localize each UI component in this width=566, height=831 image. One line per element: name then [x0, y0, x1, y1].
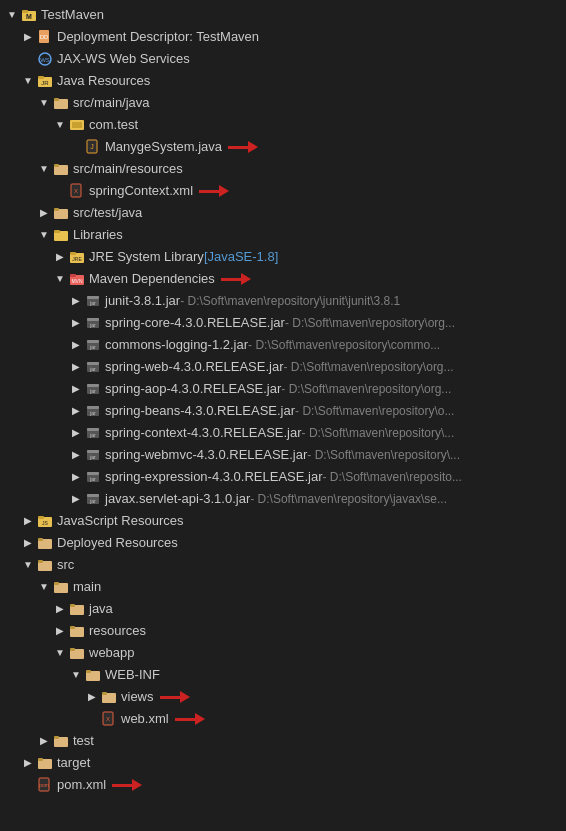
- label-web-xml: web.xml: [121, 709, 169, 729]
- svg-text:M: M: [26, 13, 32, 20]
- tree-arrow-test[interactable]: [36, 731, 52, 751]
- tree-arrow-deployed-resources[interactable]: [20, 533, 36, 553]
- tree-item-jax-ws[interactable]: WSJAX-WS Web Services: [0, 48, 566, 70]
- tree-item-spring-beans[interactable]: jarspring-beans-4.3.0.RELEASE.jar - D:\S…: [0, 400, 566, 422]
- tree-item-junit[interactable]: jarjunit-3.8.1.jar - D:\Soft\maven\repos…: [0, 290, 566, 312]
- tree-arrow-javax-servlet[interactable]: [68, 489, 84, 509]
- tree-arrow-maven-deps[interactable]: [52, 269, 68, 289]
- tree-item-js-resources[interactable]: JSJavaScript Resources: [0, 510, 566, 532]
- tree-item-webapp[interactable]: webapp: [0, 642, 566, 664]
- tree-item-jre-library[interactable]: JREJRE System Library [JavaSE-1.8]: [0, 246, 566, 268]
- path-spring-beans: - D:\Soft\maven\repository\o...: [295, 401, 454, 421]
- svg-rect-76: [86, 670, 91, 673]
- tree-arrow-spring-web[interactable]: [68, 357, 84, 377]
- tree-item-spring-web[interactable]: jarspring-web-4.3.0.RELEASE.jar - D:\Sof…: [0, 356, 566, 378]
- label-src-main-java: src/main/java: [73, 93, 150, 113]
- tree-arrow-src-main-java[interactable]: [36, 93, 52, 113]
- icon-jre-library: JRE: [68, 249, 86, 265]
- tree-arrow-libraries[interactable]: [36, 225, 52, 245]
- icon-deployment-descriptor: DD: [36, 29, 54, 45]
- icon-test: [52, 733, 70, 749]
- icon-deployed-resources: [36, 535, 54, 551]
- tree-item-commons-logging[interactable]: jarcommons-logging-1.2.jar - D:\Soft\mav…: [0, 334, 566, 356]
- svg-rect-40: [87, 362, 99, 365]
- icon-spring-webmvc: jar: [84, 447, 102, 463]
- red-arrow-pom-xml: [112, 779, 142, 791]
- tree-item-test[interactable]: test: [0, 730, 566, 752]
- tree-arrow-views[interactable]: [84, 687, 100, 707]
- tree-arrow-spring-core[interactable]: [68, 313, 84, 333]
- svg-rect-84: [38, 758, 43, 761]
- tree-arrow-src-test-java[interactable]: [36, 203, 52, 223]
- svg-text:JRE: JRE: [72, 256, 82, 262]
- icon-junit: jar: [84, 293, 102, 309]
- tree-item-manage-system[interactable]: JManygeSystem.java: [0, 136, 566, 158]
- svg-text:J: J: [90, 143, 94, 150]
- tree-arrow-deployment-descriptor[interactable]: [20, 27, 36, 47]
- svg-rect-55: [87, 472, 99, 475]
- tree-item-pom-xml[interactable]: pompom.xml: [0, 774, 566, 796]
- label-src: src: [57, 555, 74, 575]
- tree-item-deployment-descriptor[interactable]: DDDeployment Descriptor: TestMaven: [0, 26, 566, 48]
- tree-item-spring-webmvc[interactable]: jarspring-webmvc-4.3.0.RELEASE.jar - D:\…: [0, 444, 566, 466]
- tree-arrow-java[interactable]: [52, 599, 68, 619]
- label-java: java: [89, 599, 113, 619]
- tree-item-src-main-resources[interactable]: src/main/resources: [0, 158, 566, 180]
- svg-text:jar: jar: [89, 366, 96, 372]
- tree-item-spring-core[interactable]: jarspring-core-4.3.0.RELEASE.jar - D:\So…: [0, 312, 566, 334]
- tree-arrow-spring-beans[interactable]: [68, 401, 84, 421]
- tree-arrow-src-main-resources[interactable]: [36, 159, 52, 179]
- label-javax-servlet: javax.servlet-api-3.1.0.jar: [105, 489, 250, 509]
- tree-item-web-inf[interactable]: WEB-INF: [0, 664, 566, 686]
- tree-arrow-jre-library[interactable]: [52, 247, 68, 267]
- tree-item-libraries[interactable]: Libraries: [0, 224, 566, 246]
- tree-arrow-js-resources[interactable]: [20, 511, 36, 531]
- tree-item-spring-context-xml[interactable]: XspringContext.xml: [0, 180, 566, 202]
- svg-text:jar: jar: [89, 476, 96, 482]
- tree-item-maven-deps[interactable]: MVNMaven Dependencies: [0, 268, 566, 290]
- icon-web-xml: X: [100, 711, 118, 727]
- tree-arrow-src[interactable]: [20, 555, 36, 575]
- tree-item-javax-servlet[interactable]: jarjavax.servlet-api-3.1.0.jar - D:\Soft…: [0, 488, 566, 510]
- tree-item-web-xml[interactable]: Xweb.xml: [0, 708, 566, 730]
- tree-item-main[interactable]: main: [0, 576, 566, 598]
- tree-arrow-commons-logging[interactable]: [68, 335, 84, 355]
- tree-arrow-webapp[interactable]: [52, 643, 68, 663]
- tree-arrow-junit[interactable]: [68, 291, 84, 311]
- tree-item-deployed-resources[interactable]: Deployed Resources: [0, 532, 566, 554]
- tree-arrow-spring-expression[interactable]: [68, 467, 84, 487]
- label-spring-context: spring-context-4.3.0.RELEASE.jar: [105, 423, 302, 443]
- tree-item-resources[interactable]: resources: [0, 620, 566, 642]
- tree-arrow-target[interactable]: [20, 753, 36, 773]
- tree-arrow-main[interactable]: [36, 577, 52, 597]
- icon-views: [100, 689, 118, 705]
- svg-rect-37: [87, 340, 99, 343]
- tree-item-target[interactable]: target: [0, 752, 566, 774]
- tree-arrow-root[interactable]: [4, 5, 20, 25]
- tree-item-root[interactable]: MTestMaven: [0, 4, 566, 26]
- icon-src-main-resources: [52, 161, 70, 177]
- tree-arrow-resources[interactable]: [52, 621, 68, 641]
- label-src-main-resources: src/main/resources: [73, 159, 183, 179]
- tree-item-spring-context[interactable]: jarspring-context-4.3.0.RELEASE.jar - D:…: [0, 422, 566, 444]
- tree-arrow-web-inf[interactable]: [68, 665, 84, 685]
- path-spring-expression: - D:\Soft\maven\reposito...: [323, 467, 462, 487]
- tree-arrow-com-test[interactable]: [52, 115, 68, 135]
- tree-item-com-test[interactable]: com.test: [0, 114, 566, 136]
- label-spring-core: spring-core-4.3.0.RELEASE.jar: [105, 313, 285, 333]
- tree-arrow-spring-aop[interactable]: [68, 379, 84, 399]
- tree-item-spring-expression[interactable]: jarspring-expression-4.3.0.RELEASE.jar -…: [0, 466, 566, 488]
- tree-item-src-main-java[interactable]: src/main/java: [0, 92, 566, 114]
- tree-item-java-resources[interactable]: JRJava Resources: [0, 70, 566, 92]
- tree-item-views[interactable]: views: [0, 686, 566, 708]
- tree-item-java[interactable]: java: [0, 598, 566, 620]
- tree-item-src[interactable]: src: [0, 554, 566, 576]
- tree-item-src-test-java[interactable]: src/test/java: [0, 202, 566, 224]
- tree-item-spring-aop[interactable]: jarspring-aop-4.3.0.RELEASE.jar - D:\Sof…: [0, 378, 566, 400]
- icon-spring-context-xml: X: [68, 183, 86, 199]
- label-extra-jre-library: [JavaSE-1.8]: [204, 247, 278, 267]
- tree-arrow-spring-context[interactable]: [68, 423, 84, 443]
- tree-arrow-spring-webmvc[interactable]: [68, 445, 84, 465]
- svg-text:X: X: [74, 188, 78, 194]
- tree-arrow-java-resources[interactable]: [20, 71, 36, 91]
